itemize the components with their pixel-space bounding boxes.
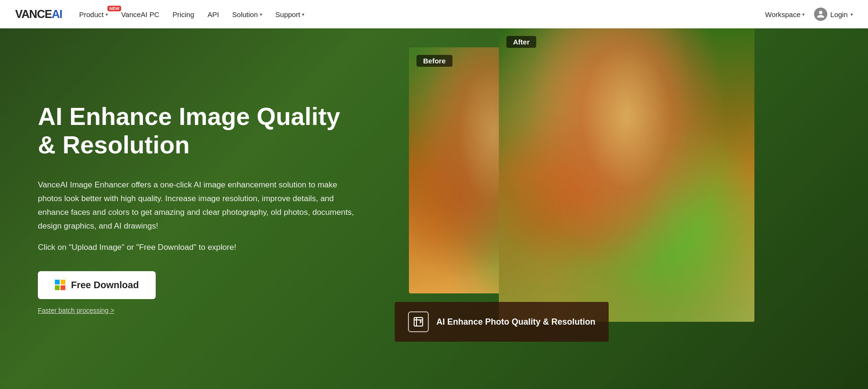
hero-content: AI Enhance Image Quality & Resolution Va… bbox=[0, 74, 393, 343]
nav-right: Workspace ▾ Login ▾ bbox=[765, 8, 853, 21]
chevron-down-icon: ▾ bbox=[802, 12, 805, 17]
logo[interactable]: VANCEAI bbox=[15, 8, 62, 21]
hero-image-area: Before After AI Enhance Photo Quality & … bbox=[395, 28, 868, 389]
hero-description: VanceAI Image Enhancer offers a one-clic… bbox=[38, 178, 355, 233]
chevron-down-icon: ▾ bbox=[850, 12, 853, 17]
login-button[interactable]: Login ▾ bbox=[814, 8, 853, 21]
hero-section: AI Enhance Image Quality & Resolution Va… bbox=[0, 28, 868, 389]
hero-cta-text: Click on "Upload Image" or "Free Downloa… bbox=[38, 243, 355, 252]
download-button[interactable]: Free Download bbox=[38, 271, 156, 299]
enhance-card[interactable]: AI Enhance Photo Quality & Resolution bbox=[395, 302, 609, 342]
batch-processing-link[interactable]: Faster batch processing > bbox=[38, 307, 114, 314]
after-image: After bbox=[499, 28, 754, 322]
nav-item-product[interactable]: Product ▾ new bbox=[79, 10, 108, 18]
hero-title: AI Enhance Image Quality & Resolution bbox=[38, 103, 355, 159]
after-label: After bbox=[506, 36, 536, 48]
chevron-down-icon: ▾ bbox=[260, 12, 262, 17]
chevron-down-icon: ▾ bbox=[302, 12, 304, 17]
nav-links: Product ▾ new VanceAI PC Pricing API Sol… bbox=[79, 10, 765, 18]
enhance-icon bbox=[408, 311, 429, 332]
enhance-label: AI Enhance Photo Quality & Resolution bbox=[436, 317, 595, 327]
chevron-down-icon: ▾ bbox=[106, 12, 108, 17]
nav-item-api[interactable]: API bbox=[207, 10, 219, 18]
workspace-button[interactable]: Workspace ▾ bbox=[765, 10, 805, 18]
nav-item-pricing[interactable]: Pricing bbox=[173, 10, 195, 18]
navbar: VANCEAI Product ▾ new VanceAI PC Pricing… bbox=[0, 0, 868, 28]
nav-item-vanceai-pc[interactable]: VanceAI PC bbox=[121, 10, 159, 18]
new-badge: new bbox=[107, 6, 121, 11]
avatar-icon bbox=[814, 8, 827, 21]
before-label: Before bbox=[416, 55, 452, 67]
nav-item-support[interactable]: Support ▾ bbox=[275, 10, 305, 18]
nav-item-solution[interactable]: Solution ▾ bbox=[232, 10, 262, 18]
windows-icon bbox=[55, 280, 65, 290]
